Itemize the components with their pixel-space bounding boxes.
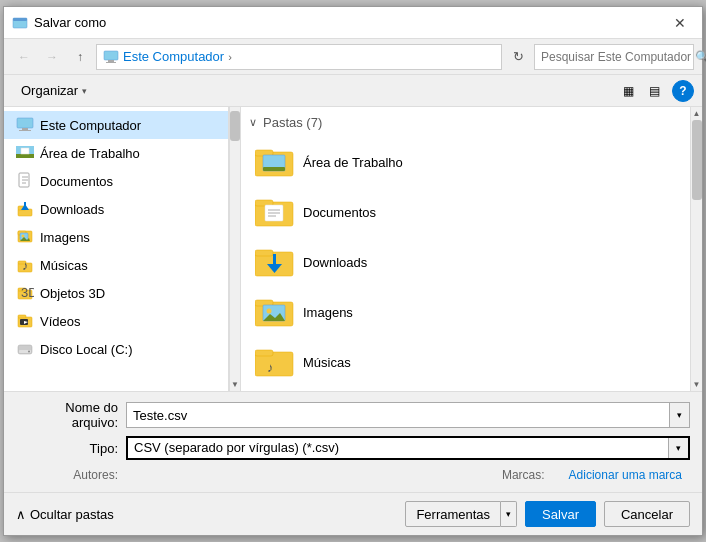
sidebar-item-documentos[interactable]: Documentos <box>4 167 228 195</box>
folder-name-musicas: Músicas <box>303 355 351 370</box>
svg-rect-18 <box>24 202 26 208</box>
address-bar[interactable]: Este Computador › <box>96 44 502 70</box>
drive-sidebar-icon <box>16 340 34 358</box>
save-button[interactable]: Salvar <box>525 501 596 527</box>
filename-label: Nome do arquivo: <box>16 400 126 430</box>
main-scrollbar-thumb[interactable] <box>692 120 702 200</box>
svg-rect-7 <box>19 130 31 131</box>
folder-item-area-de-trabalho[interactable]: Área de Trabalho <box>249 138 682 186</box>
view-buttons: ▦ ▤ ? <box>616 79 694 103</box>
nav-bar: ← → ↑ Este Computador › ↻ 🔍 <box>4 39 702 75</box>
help-button[interactable]: ? <box>672 80 694 102</box>
svg-text:♪: ♪ <box>22 258 29 273</box>
main-scrollbar-up[interactable]: ▲ <box>693 109 701 118</box>
filetype-select-container[interactable]: CSV (separado por vírgulas) (*.csv) ▾ <box>126 436 690 460</box>
filename-row: Nome do arquivo: ▾ <box>16 400 690 430</box>
add-tag-link[interactable]: Adicionar uma marca <box>569 468 682 482</box>
organize-chevron-icon: ▾ <box>82 86 87 96</box>
dialog-title: Salvar como <box>34 15 666 30</box>
svg-rect-6 <box>22 128 28 130</box>
folder-item-musicas[interactable]: ♪ Músicas <box>249 338 682 386</box>
sidebar: Este Computador Área de Trabalho <box>4 107 229 391</box>
footer-right: Ferramentas ▾ Salvar Cancelar <box>405 501 690 527</box>
search-input[interactable] <box>541 50 691 64</box>
svg-rect-3 <box>108 60 114 62</box>
filename-dropdown-button[interactable]: ▾ <box>669 403 689 427</box>
folder-item-imagens[interactable]: Imagens <box>249 288 682 336</box>
sidebar-scrollbar-thumb[interactable] <box>230 111 240 141</box>
folder-icon-downloads <box>255 244 295 280</box>
sidebar-item-imagens[interactable]: Imagens <box>4 223 228 251</box>
images-sidebar-icon <box>16 228 34 246</box>
folder-item-downloads[interactable]: Downloads <box>249 238 682 286</box>
folder-name-imagens: Imagens <box>303 305 353 320</box>
address-crumb: Este Computador <box>123 49 224 64</box>
sidebar-item-downloads[interactable]: Downloads <box>4 195 228 223</box>
folder-icon-documentos <box>255 194 295 230</box>
svg-rect-9 <box>16 154 34 158</box>
tools-button[interactable]: Ferramentas <box>405 501 501 527</box>
svg-rect-57 <box>255 350 273 356</box>
close-button[interactable]: ✕ <box>666 9 694 37</box>
hide-folders-button[interactable]: ∧ Ocultar pastas <box>16 507 114 522</box>
back-button[interactable]: ← <box>12 45 36 69</box>
forward-button[interactable]: → <box>40 45 64 69</box>
refresh-button[interactable]: ↻ <box>506 45 530 69</box>
organize-button[interactable]: Organizar ▾ <box>12 78 96 104</box>
computer-sidebar-icon <box>16 116 34 134</box>
main-panel: ∨ Pastas (7) Área de Trabal <box>241 107 690 391</box>
filetype-value: CSV (separado por vírgulas) (*.csv) <box>128 438 668 458</box>
folder-item-documentos[interactable]: Documentos <box>249 188 682 236</box>
svg-text:3D: 3D <box>21 285 34 300</box>
view-grid-button[interactable]: ▦ <box>616 79 640 103</box>
computer-icon <box>103 49 119 65</box>
filetype-dropdown-button[interactable]: ▾ <box>668 438 688 458</box>
folder-name-documentos: Documentos <box>303 205 376 220</box>
cancel-button[interactable]: Cancelar <box>604 501 690 527</box>
up-button[interactable]: ↑ <box>68 45 92 69</box>
sidebar-item-musicas[interactable]: ♪ Músicas <box>4 251 228 279</box>
sidebar-scrollbar-down[interactable]: ▼ <box>231 380 239 389</box>
filename-input-container[interactable]: ▾ <box>126 402 690 428</box>
sidebar-item-area-de-trabalho[interactable]: Área de Trabalho <box>4 139 228 167</box>
sidebar-item-disco-local[interactable]: Disco Local (C:) <box>4 335 228 363</box>
sidebar-item-objetos3d[interactable]: 3D Objetos 3D <box>4 279 228 307</box>
sidebar-label-downloads: Downloads <box>40 202 104 217</box>
tools-dropdown-button[interactable]: ▾ <box>501 501 517 527</box>
music-sidebar-icon: ♪ <box>16 256 34 274</box>
section-title: Pastas (7) <box>263 115 322 130</box>
sidebar-label-area-de-trabalho: Área de Trabalho <box>40 146 140 161</box>
documents-sidebar-icon <box>16 172 34 190</box>
filetype-label: Tipo: <box>16 441 126 456</box>
sidebar-scrollbar[interactable]: ▼ <box>229 107 241 391</box>
search-bar[interactable]: 🔍 <box>534 44 694 70</box>
desktop-sidebar-icon <box>16 144 34 162</box>
view-list-button[interactable]: ▤ <box>642 79 666 103</box>
svg-rect-5 <box>17 118 33 128</box>
main-scrollbar-down[interactable]: ▼ <box>693 380 701 389</box>
sidebar-item-videos[interactable]: Vídeos <box>4 307 228 335</box>
folder-name-area-de-trabalho: Área de Trabalho <box>303 155 403 170</box>
section-header: ∨ Pastas (7) <box>249 115 682 130</box>
folder-icon-imagens <box>255 294 295 330</box>
svg-point-54 <box>267 309 272 314</box>
svg-rect-48 <box>255 250 273 256</box>
footer: ∧ Ocultar pastas Ferramentas ▾ Salvar Ca… <box>4 492 702 535</box>
content-area: Este Computador Área de Trabalho <box>4 107 702 391</box>
main-scrollbar[interactable]: ▲ ▼ <box>690 107 702 391</box>
toolbar: Organizar ▾ ▦ ▤ ? <box>4 75 702 107</box>
address-sep: › <box>228 51 232 63</box>
save-dialog: Salvar como ✕ ← → ↑ Este Computador › ↻ … <box>3 6 703 536</box>
svg-rect-1 <box>13 18 27 21</box>
section-toggle-icon[interactable]: ∨ <box>249 116 257 129</box>
3d-sidebar-icon: 3D <box>16 284 34 302</box>
folder-grid: Área de Trabalho <box>249 138 682 386</box>
svg-rect-40 <box>263 167 285 171</box>
sidebar-label-videos: Vídeos <box>40 314 80 329</box>
sidebar-item-este-computador[interactable]: Este Computador <box>4 111 228 139</box>
filename-input[interactable] <box>127 403 669 427</box>
sidebar-label-objetos3d: Objetos 3D <box>40 286 105 301</box>
dialog-icon <box>12 15 28 31</box>
tools-group: Ferramentas ▾ <box>405 501 517 527</box>
sidebar-label-documentos: Documentos <box>40 174 113 189</box>
